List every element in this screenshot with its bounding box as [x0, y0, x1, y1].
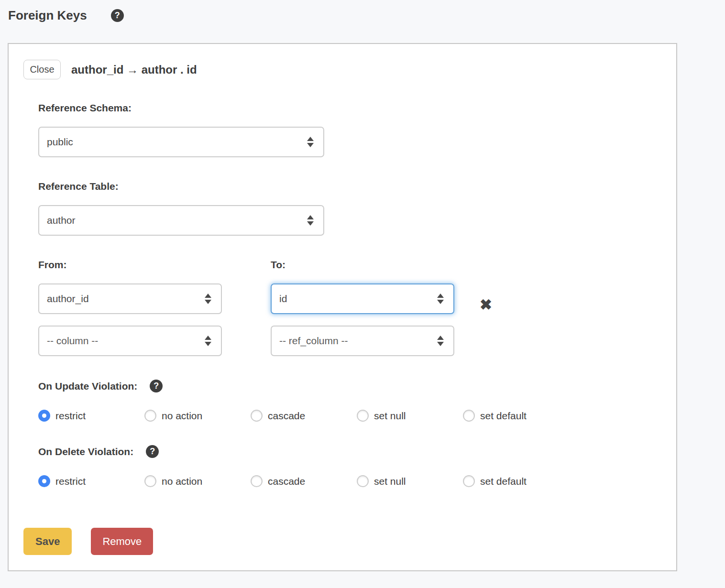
panel-header: Close author_id → author . id	[23, 60, 662, 79]
column-mapping-section: From: author_id -- column -- To:	[38, 259, 662, 356]
on-delete-violation-label: On Delete Violation: ?	[38, 445, 662, 458]
radio-option-set-default[interactable]: set default	[463, 410, 569, 422]
radio-icon	[38, 410, 50, 422]
from-label: From:	[38, 259, 271, 271]
add-from-column-select[interactable]: -- column --	[38, 326, 222, 356]
radio-icon	[463, 410, 475, 422]
radio-option-no-action[interactable]: no action	[144, 475, 251, 487]
on-update-violation-options: restrict no action cascade set null set …	[38, 410, 662, 422]
radio-option-set-null[interactable]: set null	[357, 410, 463, 422]
from-column: From: author_id -- column --	[38, 259, 271, 356]
from-column-value: author_id	[47, 293, 89, 305]
reference-schema-select[interactable]: public	[38, 127, 324, 157]
help-icon[interactable]: ?	[111, 9, 124, 22]
reference-table-select[interactable]: author	[38, 205, 324, 236]
radio-option-restrict[interactable]: restrict	[38, 410, 144, 422]
select-arrows-icon	[205, 336, 211, 346]
select-arrows-icon	[437, 336, 444, 346]
radio-option-set-null[interactable]: set null	[357, 475, 463, 487]
radio-option-no-action[interactable]: no action	[144, 410, 251, 422]
reference-table-value: author	[47, 215, 76, 226]
to-column: To: id ✖ -- ref_column --	[271, 259, 662, 356]
reference-table-group: Reference Table: author	[38, 181, 662, 236]
radio-icon	[357, 410, 369, 422]
radio-icon	[463, 475, 475, 487]
radio-icon	[144, 410, 156, 422]
help-icon[interactable]: ?	[150, 380, 163, 392]
radio-option-cascade[interactable]: cascade	[251, 410, 357, 422]
foreign-key-form: Reference Schema: public Reference Table…	[38, 102, 662, 487]
reference-table-label: Reference Table:	[38, 181, 662, 192]
radio-icon	[251, 475, 263, 487]
to-column-select[interactable]: id	[271, 283, 454, 314]
radio-icon	[251, 410, 263, 422]
reference-schema-value: public	[47, 136, 73, 148]
radio-option-cascade[interactable]: cascade	[251, 475, 357, 487]
save-button[interactable]: Save	[23, 528, 72, 555]
to-label: To:	[271, 259, 662, 271]
from-column-select[interactable]: author_id	[38, 283, 222, 314]
on-delete-violation-options: restrict no action cascade set null set …	[38, 475, 662, 487]
on-delete-violation-group: On Delete Violation: ? restrict no actio…	[38, 445, 662, 487]
action-buttons: Save Remove	[23, 528, 662, 555]
select-arrows-icon	[437, 294, 444, 304]
radio-icon	[38, 475, 50, 487]
page-header: Foreign Keys ?	[0, 0, 725, 23]
add-to-column-value: -- ref_column --	[279, 335, 348, 347]
remove-mapping-icon[interactable]: ✖	[480, 297, 492, 312]
remove-button[interactable]: Remove	[91, 528, 153, 555]
foreign-key-heading: author_id → author . id	[71, 63, 197, 76]
radio-icon	[144, 475, 156, 487]
select-arrows-icon	[205, 294, 211, 304]
on-update-violation-label: On Update Violation: ?	[38, 380, 662, 392]
reference-schema-label: Reference Schema:	[38, 102, 662, 114]
page-title: Foreign Keys	[8, 8, 87, 23]
foreign-key-editor-panel: Close author_id → author . id Reference …	[8, 43, 677, 571]
reference-schema-group: Reference Schema: public	[38, 102, 662, 157]
radio-option-restrict[interactable]: restrict	[38, 475, 144, 487]
to-column-value: id	[279, 293, 287, 305]
close-button[interactable]: Close	[23, 60, 61, 79]
select-arrows-icon	[307, 137, 314, 147]
radio-icon	[357, 475, 369, 487]
on-update-violation-group: On Update Violation: ? restrict no actio…	[38, 380, 662, 422]
radio-option-set-default[interactable]: set default	[463, 475, 569, 487]
select-arrows-icon	[307, 215, 314, 226]
add-from-column-value: -- column --	[47, 335, 98, 347]
help-icon[interactable]: ?	[146, 445, 159, 458]
add-to-column-select[interactable]: -- ref_column --	[271, 326, 454, 356]
